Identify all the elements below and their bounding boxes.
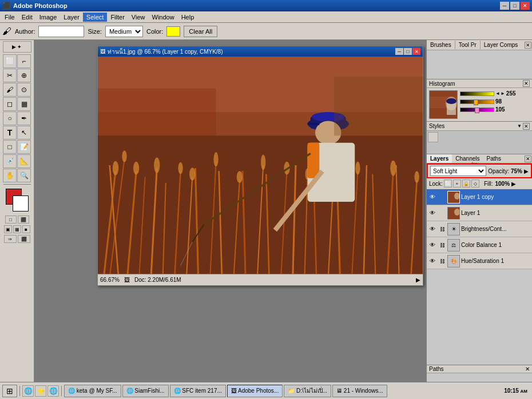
opacity-arrow[interactable]: ▶ [524,168,529,174]
scroll-right-btn[interactable]: ▶ [416,277,420,283]
menu-filter[interactable]: Filter [107,13,128,22]
std-mode-btn[interactable]: ⬛ [18,216,29,224]
taskbar-btn-windows[interactable]: 🖥 21 - Windows... [332,385,387,397]
layer-5-visibility[interactable]: 👁 [428,257,437,266]
shape-tool[interactable]: □ [3,140,17,154]
taskbar-btn-1[interactable]: 🌐 keta @ My SF... [64,385,121,397]
slider-handle[interactable] [474,99,478,105]
layer-1-link[interactable] [438,193,446,202]
layer-5-link[interactable]: ⛓ [438,257,446,266]
layer-item-1[interactable]: 👁 Layer 1 copy [427,189,532,205]
doc-maximize-btn[interactable]: □ [404,48,412,55]
layer-item-5[interactable]: 👁 ⛓ 🎨 Hue/Saturation 1 [427,253,532,269]
size-select[interactable]: Medium Small Large [105,26,143,37]
layer-1-visibility[interactable]: 👁 [428,193,437,202]
path-select-tool[interactable]: ↖ [17,126,31,139]
channel-slider-c[interactable] [460,91,494,96]
taskbar-btn-folder[interactable]: 📁 D:\ไม่ไม่เปิ่... [284,385,331,397]
panel-close-btn[interactable]: ✕ [525,42,531,49]
type-tool[interactable]: T [3,126,17,139]
menu-file[interactable]: File [1,13,18,22]
layer-3-visibility[interactable]: 👁 [428,225,437,234]
heal-tool[interactable]: ⊕ [17,69,31,82]
jump-imageready[interactable]: ⇒ [4,235,17,243]
canvas-image-area[interactable] [98,57,423,274]
styles-collapse-arrow[interactable]: ▼ [517,123,522,129]
clone-tool[interactable]: ⊙ [17,83,31,97]
tool-arrow[interactable]: ▶ ✦ [3,41,31,53]
minimize-button[interactable]: ─ [500,2,509,10]
layers-tab[interactable]: Layers [427,154,452,163]
layer-2-visibility[interactable]: 👁 [428,209,437,218]
svg-point-35 [154,158,160,173]
brush-tool[interactable]: 🖌 [3,83,17,97]
taskbar-btn-ps[interactable]: 🖼 Adobe Photos... [227,385,283,397]
lasso-tool[interactable]: ⌐ [17,54,31,68]
measure-tool[interactable]: 📐 [17,154,31,168]
doc-close-btn[interactable]: ✕ [412,48,420,55]
quicklaunch-ie[interactable]: 🌐 [22,385,34,397]
channel-slider-m[interactable] [460,99,494,104]
lock-all-btn[interactable]: 🔒 [462,179,470,187]
menu-window[interactable]: Window [149,13,178,22]
channel-slider-y[interactable] [460,107,494,112]
crop-tool[interactable]: ✂ [3,69,17,82]
screen-mode-3[interactable]: ■ [22,225,30,233]
hand-tool[interactable]: ✋ [3,169,17,182]
quicklaunch-star[interactable]: ⭐ [35,385,46,397]
styles-close[interactable]: ✕ [523,123,530,130]
layer-item-2[interactable]: 👁 Layer 1 [427,205,532,221]
menu-select[interactable]: Select [83,13,108,22]
brushes-tab[interactable]: Brushes [427,41,455,49]
quicklaunch-ie2[interactable]: 🌐 [47,385,59,397]
quick-mask-btn[interactable]: □ [5,216,17,224]
maximize-button[interactable]: □ [510,2,519,10]
menu-edit[interactable]: Edit [18,13,36,22]
marquee-tool[interactable]: ⬜ [3,54,17,68]
layer-2-link[interactable] [438,209,446,218]
pen-tool[interactable]: ✒ [17,111,31,125]
close-button[interactable]: ✕ [521,2,530,10]
eyedropper-tool[interactable]: 💉 [3,154,17,168]
layer-4-link[interactable]: ⛓ [438,241,446,250]
slider-left-arrow[interactable]: ◄ [495,91,500,96]
svg-point-34 [133,162,139,175]
fill-arrow[interactable]: ▶ [511,181,516,187]
screen-mode-1[interactable]: ▣ [4,225,12,233]
eraser-tool[interactable]: ◻ [3,97,17,111]
start-button[interactable]: ⊞ [2,385,17,397]
tool-presets-tab[interactable]: Tool Pr [455,41,480,49]
menu-help[interactable]: Help [178,13,198,22]
notes-tool[interactable]: 📝 [17,140,31,154]
paths-close[interactable]: ✕ [525,366,530,372]
taskbar-btn-3[interactable]: 🌐 SFC item 217... [170,385,226,397]
lock-pixel-btn[interactable]: ⬜ [444,179,452,187]
doc-minimize-btn[interactable]: ─ [395,48,403,55]
layer-item-3[interactable]: 👁 ⛓ ☀ Brightness/Cont... [427,221,532,237]
dodge-tool[interactable]: ○ [3,111,17,125]
background-color[interactable] [13,195,29,212]
layer-comps-tab[interactable]: Layer Comps [480,41,521,49]
slider-handle-2[interactable] [475,107,479,113]
layers-close[interactable]: ✕ [525,155,531,162]
histogram-close[interactable]: ✕ [523,80,530,87]
menu-view[interactable]: View [128,13,149,22]
lock-extra-btn[interactable]: ◇ [471,179,479,187]
style-swatch[interactable] [428,132,438,142]
color-swatch[interactable] [166,26,180,37]
layer-4-visibility[interactable]: 👁 [428,241,437,250]
screen-mode-2[interactable]: ▦ [13,225,21,233]
jump-btn2[interactable]: ⬛ [18,235,30,243]
slider-right-arrow[interactable]: ► [501,91,505,96]
layer-3-link[interactable]: ⛓ [438,225,446,234]
zoom-tool[interactable]: 🔍 [17,169,31,182]
paths-tab[interactable]: Paths [483,154,505,163]
menu-layer[interactable]: Layer [60,13,83,22]
clear-all-button[interactable]: Clear All [184,26,217,37]
menu-image[interactable]: Image [36,13,61,22]
taskbar-btn-2[interactable]: 🌐 SiamFishi... [122,385,169,397]
author-input[interactable] [38,26,84,37]
gradient-tool[interactable]: ▦ [17,97,31,111]
layer-item-4[interactable]: 👁 ⛓ ⚖ Color Balance 1 [427,237,532,253]
lock-position-btn[interactable]: + [453,179,461,187]
